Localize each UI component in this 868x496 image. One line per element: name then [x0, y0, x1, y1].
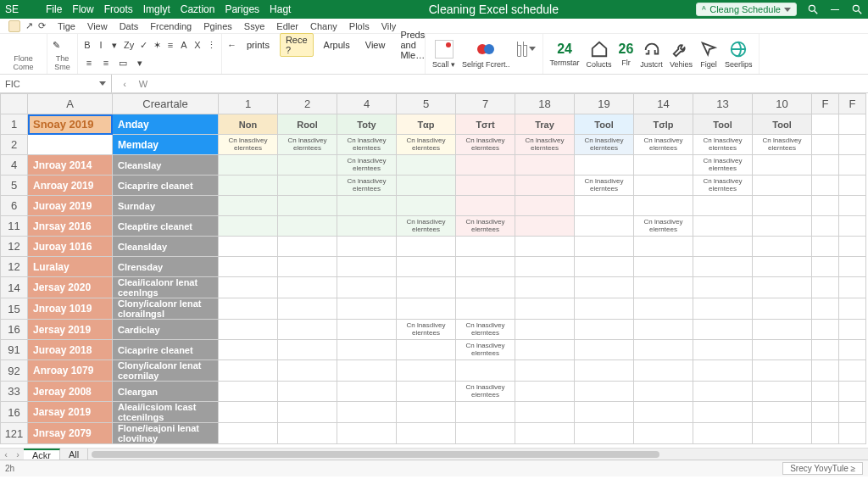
x-button[interactable]: X: [193, 39, 202, 51]
cell-F[interactable]: [839, 176, 866, 196]
cell-D[interactable]: [515, 298, 575, 320]
col-D2[interactable]: 4: [337, 94, 397, 114]
rtab-dats[interactable]: Dats: [120, 21, 139, 31]
cell-F[interactable]: [839, 382, 866, 402]
a-button[interactable]: A: [180, 39, 188, 51]
rece-button[interactable]: Rece ?: [280, 33, 314, 57]
cell-D[interactable]: [515, 257, 575, 277]
cell-D[interactable]: [337, 360, 397, 382]
rtab-vily[interactable]: Vily: [381, 21, 397, 31]
D1-6[interactable]: Tool: [575, 114, 634, 135]
cell-D[interactable]: [515, 237, 575, 257]
format-painter-icon[interactable]: ✎: [53, 40, 60, 51]
cell-B[interactable]: Cicaprire cleanet: [113, 340, 219, 360]
cell-D[interactable]: [693, 298, 753, 320]
cell-F[interactable]: [812, 216, 839, 237]
cell-D[interactable]: [753, 155, 812, 176]
cell-D[interactable]: [634, 237, 693, 257]
seerlips-button[interactable]: Seerlips: [725, 40, 753, 69]
cell-D[interactable]: [753, 257, 812, 277]
star-button[interactable]: ✶: [153, 39, 161, 51]
menu-imglyt[interactable]: Imglyt: [143, 3, 170, 15]
account-pill[interactable]: ᴬ Cleang Schedule: [696, 3, 797, 16]
D2-0[interactable]: Cn lnasdivey elerntees: [219, 135, 278, 155]
rtab-pgines[interactable]: Pgines: [203, 21, 232, 31]
justcrt-button[interactable]: Justcrt: [640, 40, 663, 69]
col-D3[interactable]: 5: [397, 94, 456, 114]
cell-D[interactable]: Cn lnasdivey elerntees: [575, 176, 634, 196]
menu-pariges[interactable]: Pariges: [225, 3, 259, 15]
cell-A[interactable]: Juroay 1016: [28, 237, 113, 257]
cell-D[interactable]: [515, 360, 575, 382]
cell-D[interactable]: [397, 382, 456, 402]
zy-button[interactable]: Zy: [124, 39, 134, 51]
cell-D[interactable]: [515, 155, 575, 176]
cell-D[interactable]: [634, 320, 693, 340]
cell-D[interactable]: [337, 196, 397, 216]
col-F[interactable]: F: [812, 94, 839, 114]
row-hdr[interactable]: 15: [1, 298, 28, 320]
row-hdr-2[interactable]: 2: [1, 135, 28, 155]
D2-4[interactable]: Cn lnasdivey elerntees: [456, 135, 515, 155]
cell-D[interactable]: [575, 382, 634, 402]
D1-7[interactable]: Tσlp: [634, 114, 693, 135]
cell-D[interactable]: [219, 277, 278, 298]
cell-D[interactable]: [397, 360, 456, 382]
align2[interactable]: ≡: [100, 57, 112, 69]
menu-hagt[interactable]: Hagt: [270, 3, 291, 15]
cell-D[interactable]: [515, 320, 575, 340]
cell-D[interactable]: [693, 320, 753, 340]
cell-D[interactable]: [634, 277, 693, 298]
cell-B[interactable]: Clony/icalonr lenat clorailngsl: [113, 298, 219, 320]
rtab-plols[interactable]: Plols: [349, 21, 370, 31]
scall-dropdown[interactable]: Scall ▾: [432, 40, 455, 69]
cell-D[interactable]: [693, 196, 753, 216]
D2-2[interactable]: Cn lnasdivey elerntees: [337, 135, 397, 155]
cell-D[interactable]: [219, 402, 278, 423]
cell-D[interactable]: [456, 360, 515, 382]
cell-D[interactable]: [515, 176, 575, 196]
list-button[interactable]: ≡: [166, 39, 175, 51]
D1-9[interactable]: Tool: [753, 114, 812, 135]
cell-F[interactable]: [839, 298, 866, 320]
col-D9[interactable]: 10: [753, 94, 812, 114]
B1[interactable]: Anday: [113, 114, 219, 135]
cell-D[interactable]: Cn lnasdivey elerntees: [397, 320, 456, 340]
cell-B[interactable]: Clony/icalonr lenat ceornilay: [113, 360, 219, 382]
cell-D[interactable]: [753, 196, 812, 216]
cell-F[interactable]: [812, 382, 839, 402]
align3[interactable]: ▭: [117, 57, 129, 69]
cell-D[interactable]: [693, 402, 753, 423]
menu-flow[interactable]: Flow: [72, 3, 93, 15]
cell-D[interactable]: [753, 216, 812, 237]
cell-D[interactable]: [515, 196, 575, 216]
more-button[interactable]: ⋮: [207, 39, 216, 51]
cell-F[interactable]: [812, 196, 839, 216]
A2[interactable]: [28, 135, 113, 155]
cell-F[interactable]: [812, 237, 839, 257]
cell-D[interactable]: [693, 277, 753, 298]
cell-D[interactable]: [397, 196, 456, 216]
col-D6[interactable]: 19: [575, 94, 634, 114]
row-hdr[interactable]: 16: [1, 320, 28, 340]
cell-D[interactable]: [219, 257, 278, 277]
prev-arrow-icon[interactable]: ←: [227, 40, 236, 50]
cell-A[interactable]: Jersay 2020: [28, 277, 113, 298]
font-drop[interactable]: ▾: [110, 39, 119, 51]
cell-D[interactable]: [278, 237, 337, 257]
col-F2[interactable]: F: [839, 94, 866, 114]
cell-D[interactable]: [515, 382, 575, 402]
cell-D[interactable]: [753, 423, 812, 444]
cell-A[interactable]: Jnrsay 2016: [28, 216, 113, 237]
cell-D[interactable]: [278, 176, 337, 196]
cell-D[interactable]: [219, 216, 278, 237]
align-drop[interactable]: ▾: [134, 57, 146, 69]
menu-file[interactable]: File: [46, 3, 62, 15]
cell-D[interactable]: [219, 320, 278, 340]
cell-D[interactable]: [397, 340, 456, 360]
menu-froots[interactable]: Froots: [104, 3, 133, 15]
cell-F[interactable]: [839, 360, 866, 382]
cell-D[interactable]: [278, 402, 337, 423]
col-D0[interactable]: 1: [219, 94, 278, 114]
cell-D[interactable]: [515, 340, 575, 360]
